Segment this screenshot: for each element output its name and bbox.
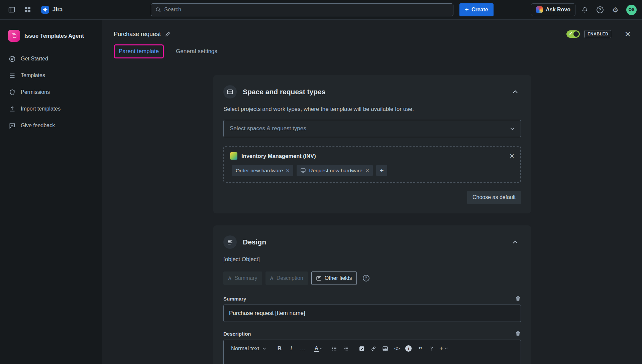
bold-button[interactable]: B	[274, 343, 285, 354]
help-icon: ?	[597, 6, 604, 13]
template-tabs: Parent template General settings	[114, 44, 631, 58]
sidebar-item-get-started[interactable]: Get Started	[5, 50, 97, 67]
request-type-tags: Order new hardware × Request new hardwar…	[232, 165, 514, 176]
remove-tag-icon[interactable]: ×	[365, 167, 369, 174]
close-icon[interactable]: ×	[625, 29, 631, 39]
fields-help-icon[interactable]: ?	[363, 275, 369, 282]
text-lines-icon	[227, 239, 233, 245]
page-title: Purchase request	[114, 31, 161, 38]
sidebar: Issue Templates Agent Get Started Templa…	[0, 20, 102, 364]
sidebar-item-permissions[interactable]: Permissions	[5, 84, 97, 101]
add-description-button[interactable]: A Description	[265, 271, 308, 285]
search-box[interactable]	[151, 3, 453, 16]
template-header: Purchase request ✓ ENABLED ×	[114, 20, 631, 39]
numbered-list-button[interactable]	[340, 343, 352, 354]
bell-icon	[581, 6, 588, 13]
bullet-list-icon	[331, 346, 337, 352]
text-style-dropdown[interactable]: Normal text	[228, 345, 270, 352]
add-request-type-button[interactable]: +	[376, 165, 387, 176]
tab-general-settings[interactable]: General settings	[176, 48, 217, 55]
status-badge: ENABLED	[584, 30, 611, 38]
summary-input[interactable]	[223, 305, 521, 322]
user-avatar[interactable]: OS	[626, 5, 637, 15]
quote-button[interactable]: ”	[414, 343, 426, 354]
search-input[interactable]	[164, 7, 449, 13]
chevron-down-icon	[445, 347, 448, 350]
app-title: Issue Templates Agent	[24, 33, 84, 39]
info-panel-button[interactable]: i	[403, 343, 414, 354]
toggle-knob	[573, 31, 579, 37]
spaces-icon-circle	[223, 85, 237, 99]
summary-field-label: Summary	[223, 296, 246, 302]
tab-parent-template[interactable]: Parent template	[119, 48, 159, 54]
issue-templates-app-icon	[8, 30, 20, 42]
chevron-down-icon	[320, 347, 323, 350]
link-button[interactable]	[367, 343, 379, 354]
gear-icon: ⚙	[612, 6, 619, 13]
spaces-request-types-select[interactable]: Select spaces & request types	[223, 120, 521, 137]
button-label: Other fields	[325, 275, 352, 281]
form-fields-icon	[316, 276, 322, 281]
card-description: Select projects and work types, where th…	[223, 106, 521, 113]
app-grid-icon	[24, 6, 31, 13]
action-item-button[interactable]	[356, 343, 367, 354]
app-header: Issue Templates Agent	[5, 30, 97, 50]
table-button[interactable]	[379, 343, 391, 354]
editor-toolbar: Normal text B I … A	[224, 340, 521, 357]
create-button[interactable]: + Create	[459, 3, 494, 16]
delete-summary-button[interactable]	[515, 296, 521, 302]
tag-label: Order new hardware	[236, 168, 283, 174]
text-color-button[interactable]: A	[313, 343, 324, 354]
code-block-button[interactable]: </>	[391, 343, 403, 354]
sidebar-item-give-feedback[interactable]: Give feedback	[5, 117, 97, 134]
other-fields-button[interactable]: Other fields	[311, 271, 357, 285]
delete-description-button[interactable]	[515, 331, 521, 337]
collapse-card-button[interactable]	[510, 86, 521, 98]
add-summary-button[interactable]: A Summary	[223, 271, 262, 285]
help-button[interactable]: ?	[594, 3, 606, 16]
decision-fork-icon	[429, 346, 435, 351]
plus-icon: +	[439, 345, 443, 352]
sidebar-item-templates[interactable]: Templates	[5, 67, 97, 84]
choose-as-default-button[interactable]: Choose as default	[467, 191, 521, 204]
pencil-icon	[165, 31, 171, 37]
templates-icon	[9, 72, 16, 79]
app-switcher-button[interactable]	[21, 3, 34, 16]
ask-rovo-button[interactable]: Ask Rovo	[531, 3, 575, 16]
card-header: Design	[223, 235, 521, 249]
header-actions: ✓ ENABLED ×	[566, 29, 631, 39]
editor-content-area[interactable]	[224, 357, 521, 364]
chevron-up-icon	[513, 240, 518, 244]
italic-button[interactable]: I	[285, 343, 297, 354]
settings-button[interactable]: ⚙	[609, 3, 622, 16]
bullet-list-button[interactable]	[328, 343, 340, 354]
notifications-button[interactable]	[578, 3, 591, 16]
chevron-up-icon	[513, 90, 518, 94]
enabled-toggle[interactable]: ✓	[566, 30, 580, 38]
sidebar-item-import-templates[interactable]: Import templates	[5, 101, 97, 117]
request-type-tag[interactable]: Order new hardware ×	[232, 165, 293, 176]
card-description: [object Object]	[223, 256, 521, 263]
selected-project-box: Inventory Management (INV) × Order new h…	[223, 146, 521, 183]
button-label: Summary	[234, 275, 257, 281]
request-type-tag[interactable]: Request new hardware ×	[297, 165, 373, 176]
topbar-left-group: Jira	[5, 3, 63, 16]
remove-project-icon[interactable]: ×	[510, 152, 514, 160]
sidebar-toggle-button[interactable]	[5, 3, 18, 16]
more-formatting-button[interactable]: …	[297, 343, 309, 354]
sidebar-item-label: Get Started	[21, 56, 48, 62]
collapse-card-button[interactable]	[510, 236, 521, 248]
template-content: Space and request types Select projects …	[114, 58, 631, 364]
tab-highlight-annotation: Parent template	[114, 44, 164, 58]
edit-title-button[interactable]	[165, 31, 171, 37]
insert-more-button[interactable]: +	[438, 343, 449, 354]
jira-logo-icon	[41, 5, 49, 14]
design-card: Design [object Object] A Summary A	[213, 225, 531, 364]
jira-logo[interactable]: Jira	[41, 5, 63, 14]
remove-tag-icon[interactable]: ×	[286, 167, 290, 174]
description-editor: Normal text B I … A	[223, 340, 521, 364]
rovo-icon	[536, 6, 543, 13]
select-placeholder: Select spaces & request types	[230, 125, 306, 132]
decision-button[interactable]	[426, 343, 438, 354]
app-window: Jira + Create Ask Rovo ?	[0, 0, 642, 364]
